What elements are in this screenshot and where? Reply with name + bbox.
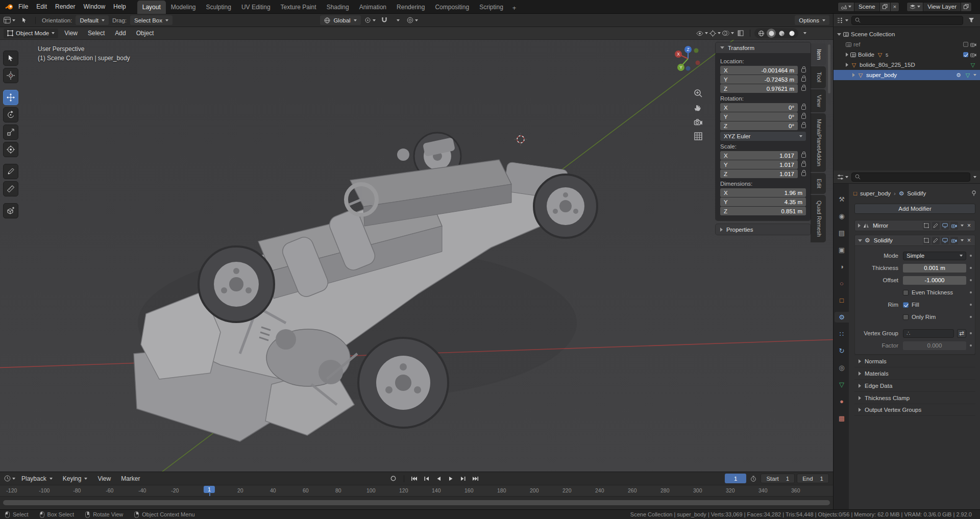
- dimensions-field[interactable]: X 1.96 m: [720, 188, 806, 197]
- new-scene-button[interactable]: [879, 3, 890, 11]
- viewport-menu-item[interactable]: Object: [132, 28, 158, 38]
- tool-rotate[interactable]: [3, 107, 18, 122]
- exclude-checkbox[interactable]: [963, 52, 968, 57]
- lock-icon[interactable]: [801, 163, 806, 167]
- outliner-item-label[interactable]: super_body: [866, 72, 897, 78]
- snap-toggle-button[interactable]: [379, 15, 389, 25]
- orientation-dropdown[interactable]: Default: [76, 15, 108, 25]
- blender-logo-icon[interactable]: [4, 2, 14, 12]
- lock-icon[interactable]: [801, 172, 806, 176]
- outliner-item-label[interactable]: Bolide: [858, 52, 874, 58]
- playback-menu[interactable]: Playback: [17, 474, 57, 484]
- even-thickness-checkbox[interactable]: [903, 290, 909, 295]
- animate-dot[interactable]: [970, 304, 972, 306]
- tab-particles[interactable]: ∷: [835, 329, 849, 339]
- location-field[interactable]: Y -0.72453 m: [720, 75, 798, 84]
- tool-scale[interactable]: [3, 125, 18, 140]
- gizmo-y-neg[interactable]: [694, 48, 699, 53]
- animate-dot[interactable]: [970, 344, 972, 347]
- mode-dropdown[interactable]: Simple: [903, 252, 966, 260]
- delete-modifier-button[interactable]: ×: [966, 222, 972, 229]
- factor-field[interactable]: 0.000: [903, 341, 966, 350]
- view-layer-browse-button[interactable]: [907, 3, 923, 11]
- view-menu[interactable]: View: [93, 474, 115, 484]
- dimensions-field[interactable]: Y 4.35 m: [720, 197, 806, 206]
- modifier-subpanel[interactable]: Thickness Clamp: [854, 391, 975, 404]
- workspace-tab[interactable]: Texture Paint: [276, 1, 322, 14]
- sidebar-tab[interactable]: ManiaPlanetAddon: [811, 113, 826, 172]
- tab-output[interactable]: ▤: [835, 228, 849, 238]
- timeline-scrollbar[interactable]: [3, 500, 830, 505]
- shading-dropdown[interactable]: [800, 29, 810, 38]
- play-button[interactable]: [446, 474, 457, 483]
- marker-menu[interactable]: Marker: [117, 474, 144, 484]
- shading-material-button[interactable]: [777, 29, 786, 38]
- expand-icon[interactable]: [858, 224, 861, 228]
- options-dropdown[interactable]: Options: [795, 15, 829, 25]
- dimensions-field[interactable]: Z 0.851 m: [720, 207, 806, 215]
- rotation-field[interactable]: X 0°: [720, 103, 798, 112]
- collapse-icon[interactable]: [858, 239, 862, 242]
- jump-to-start-button[interactable]: [409, 474, 420, 483]
- editor-type-button[interactable]: [4, 15, 15, 25]
- modifier-subpanel[interactable]: Normals: [854, 355, 975, 367]
- tab-view-layer[interactable]: ▣: [835, 244, 849, 255]
- workspace-tab[interactable]: Modeling: [166, 1, 201, 14]
- tab-object-data[interactable]: ▽: [835, 379, 849, 390]
- outliner-search-input[interactable]: [851, 16, 963, 25]
- scale-field[interactable]: X 1.017: [720, 151, 798, 160]
- workspace-tab[interactable]: Animation: [354, 1, 391, 14]
- lock-icon[interactable]: [801, 87, 806, 91]
- tool-annotate[interactable]: [3, 164, 18, 179]
- scene-browse-button[interactable]: [838, 3, 854, 11]
- workspace-tab[interactable]: Sculpting: [201, 1, 236, 14]
- outliner-item-label[interactable]: bolide_80s_225_15D: [860, 62, 915, 68]
- chevron-down-icon[interactable]: [973, 74, 976, 76]
- location-field[interactable]: Z 0.97621 m: [720, 84, 798, 93]
- viewport-menu-item[interactable]: Add: [111, 28, 130, 38]
- gizmo-z-neg[interactable]: [686, 66, 691, 71]
- tool-move[interactable]: [3, 90, 18, 105]
- only-rim-checkbox[interactable]: [903, 314, 909, 320]
- lock-icon[interactable]: [801, 78, 806, 82]
- fill-checkbox[interactable]: [903, 302, 909, 308]
- exclude-checkbox[interactable]: [963, 42, 968, 47]
- collapse-icon[interactable]: [837, 33, 841, 36]
- outliner-row-bolide[interactable]: Bolide ▽ 5: [834, 50, 980, 60]
- ortho-toggle-button[interactable]: [693, 131, 703, 141]
- outliner-row-bolide-80s[interactable]: ▽ bolide_80s_225_15D ▽: [834, 60, 980, 70]
- shading-solid-button[interactable]: [767, 29, 776, 38]
- tab-object[interactable]: □: [835, 295, 849, 306]
- use-preview-range-button[interactable]: [748, 474, 758, 483]
- sidebar-tab[interactable]: View: [811, 89, 826, 113]
- tab-render[interactable]: ◉: [835, 211, 849, 221]
- tool-select-box[interactable]: [3, 51, 18, 66]
- modifier-solidify-header[interactable]: ⚙ Solidify ×: [854, 235, 975, 246]
- tab-tool[interactable]: ⚒: [835, 194, 849, 205]
- mode-dropdown[interactable]: Object Mode: [4, 29, 58, 38]
- render-toggle[interactable]: [950, 222, 958, 230]
- render-toggle[interactable]: [950, 237, 958, 244]
- outliner-editor-type-button[interactable]: [837, 15, 848, 25]
- on-cage-toggle[interactable]: [923, 222, 930, 230]
- menubar-item[interactable]: Help: [109, 2, 130, 12]
- outliner-item-label[interactable]: ref: [853, 41, 860, 47]
- proportional-edit-button[interactable]: [407, 15, 418, 25]
- shading-wireframe-button[interactable]: [756, 29, 766, 38]
- animate-dot[interactable]: [970, 267, 972, 269]
- tab-modifiers[interactable]: ⚙: [835, 312, 849, 323]
- jump-to-end-button[interactable]: [470, 474, 481, 483]
- edit-mode-toggle[interactable]: [932, 237, 940, 244]
- animate-dot[interactable]: [970, 255, 972, 257]
- frame-end-field[interactable]: End 1: [797, 474, 829, 483]
- modifier-mirror-header[interactable]: Mirror ×: [854, 220, 975, 231]
- drag-dropdown[interactable]: Select Box: [130, 15, 173, 25]
- menubar-item[interactable]: Render: [51, 2, 79, 12]
- modifier-extras-dropdown[interactable]: [961, 225, 964, 227]
- modifier-subpanel[interactable]: Materials: [854, 367, 975, 379]
- filter-dropdown-icon[interactable]: [973, 176, 976, 178]
- shading-rendered-button[interactable]: [787, 29, 796, 38]
- edit-mode-toggle[interactable]: [932, 222, 940, 230]
- offset-field[interactable]: -1.0000: [903, 276, 966, 285]
- on-cage-toggle[interactable]: [923, 237, 930, 244]
